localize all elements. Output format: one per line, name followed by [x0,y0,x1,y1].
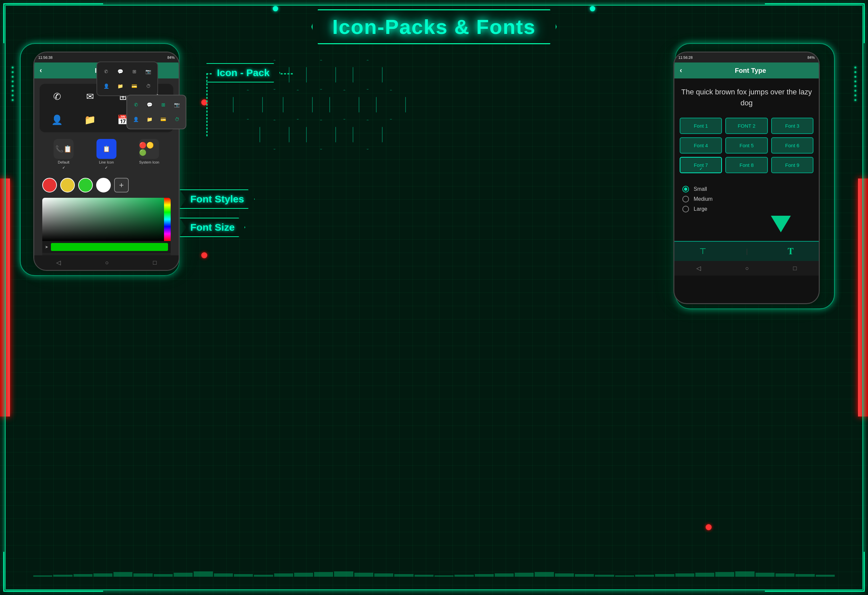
color-add-button[interactable]: + [114,178,129,193]
tool-text-size-icon[interactable]: ⊤ [699,247,706,256]
font-btn-6[interactable]: Font 6 [771,137,813,153]
fi-clock2: ⏱ [143,80,154,92]
style-line[interactable]: 📋 Line Icon ✓ [96,139,117,170]
nav-home-left[interactable]: ○ [105,259,109,266]
size-small[interactable]: Small [682,186,811,193]
icon-folder[interactable]: 📁 [76,110,104,129]
si-chat: 💬 [144,99,155,111]
size-medium-label: Medium [694,196,713,202]
nav-back-left[interactable]: ◁ [56,259,61,266]
circuit-corner-tl [3,3,103,43]
right-nav: ◁ ○ □ [675,261,819,275]
font-btn-9[interactable]: Font 9 [771,157,813,173]
style-default[interactable]: 📞📋 Default ✓ [53,139,74,170]
nav-back-right[interactable]: ◁ [696,265,701,272]
font-btn-1[interactable]: Font 1 [680,118,722,134]
circuit-corner-tr [765,3,865,43]
hex-2 [306,60,336,90]
swatch-green[interactable] [78,178,93,193]
style-system[interactable]: 🔴🟡🟢 System Icon [139,139,159,170]
radio-small[interactable] [682,186,689,193]
nav-recent-left[interactable]: □ [153,259,157,266]
left-nav: ◁ ○ □ [34,255,179,270]
swatch-yellow[interactable] [60,178,75,193]
style-default-label: Default [58,160,69,164]
size-large-label: Large [694,206,707,212]
font-preview: The quick brown fox jumps over the lazy … [675,78,819,114]
style-line-check: ✓ [105,165,108,170]
size-triangle [682,216,811,232]
font-size-label: Font Size [180,218,245,237]
icon-contact[interactable]: 👤 [43,110,71,129]
radio-large[interactable] [682,206,689,212]
font-btn-8[interactable]: Font 8 [725,157,768,173]
font-toolbar: ⊤ | 𝐓 [675,241,819,261]
si-phone: ✆ [130,99,142,111]
picker-buttons: CANCEL OK [42,253,171,255]
cyan-dot-top-r [590,6,595,11]
color-result [51,243,168,251]
tool-font-icon[interactable]: 𝐓 [787,246,794,257]
size-large[interactable]: Large [682,206,811,212]
triangle-indicator [771,216,791,232]
fi-person: 👤 [100,80,112,92]
right-topbar: ‹ Font Type [675,62,819,78]
line-icon-grid: ✆ 💬 ⊞ 📷 👤 📁 💳 ⏱ [100,65,154,92]
style-line-label: Line Icon [99,160,114,164]
left-time: 11:56:38 [38,56,53,59]
font-btn-4[interactable]: Font 4 [680,137,722,153]
swatch-red[interactable] [42,178,57,193]
red-left-accent [0,178,10,417]
font-btn-2[interactable]: FONT 2 [725,118,768,134]
hex-4 [233,90,263,120]
bottom-bar-decoration: (function(){ const bar = document.queryS… [33,571,835,577]
si-grid: ⊞ [158,99,169,111]
side-circuit-left [12,66,14,101]
ok-button[interactable]: OK [160,255,167,255]
red-right-accent [858,178,868,417]
font-btn-7[interactable]: Font 7 ✓ [680,157,722,173]
left-back-button[interactable]: ‹ [40,66,42,75]
right-battery: 84% [807,56,815,59]
system-icon-grid: ✆ 💬 ⊞ 📷 👤 📁 💳 ⏱ [130,99,182,125]
size-medium[interactable]: Medium [682,196,811,202]
font-btn-3[interactable]: Font 3 [771,118,813,134]
font-styles-label: Font Styles [180,190,255,209]
color-gradient[interactable] [42,198,171,241]
main-title-bar: Icon-Packs & Fonts [311,9,557,44]
right-statusbar: 11:56:28 84% [675,53,819,62]
float-panel-line-icons: ✆ 💬 ⊞ 📷 👤 📁 💳 ⏱ [96,62,158,96]
side-circuit-right [854,66,856,101]
radio-medium[interactable] [682,196,689,202]
hex-9 [306,120,336,150]
color-swatches: + [40,175,173,195]
hex-10 [353,120,382,150]
nav-recent-right[interactable]: □ [793,265,797,272]
right-topbar-title: Font Type [687,67,813,74]
left-statusbar: 11:56:38 84% [34,53,179,62]
red-dot-1 [201,99,207,105]
font-btn-5[interactable]: Font 5 [725,137,768,153]
nav-home-right[interactable]: ○ [745,265,749,272]
icon-phone[interactable]: ✆ [43,87,71,106]
fi-folder2: 📁 [114,80,126,92]
hue-slider[interactable] [164,198,171,241]
style-default-check: ✓ [62,165,65,170]
red-dot-2 [201,252,207,258]
si-clock: ⏱ [171,113,182,125]
fi-grid: ⊞ [129,65,140,77]
icon-pack-label: Icon - Pack [206,63,280,82]
swatch-white[interactable] [96,178,111,193]
si-person: 👤 [130,113,142,125]
font-7-check: ✓ [699,166,703,171]
hex-8 [260,120,289,150]
fi-phone: ✆ [100,65,112,77]
hex-3 [353,60,382,90]
cancel-button[interactable]: CANCEL [134,255,154,255]
hex-5 [283,90,313,120]
right-back-button[interactable]: ‹ [680,66,682,75]
right-time: 11:56:28 [678,56,693,59]
right-phone: 11:56:28 84% ‹ Font Type The quick brown… [673,52,820,304]
fi-wallet: 💳 [129,80,140,92]
cyan-dot-top [273,6,278,11]
